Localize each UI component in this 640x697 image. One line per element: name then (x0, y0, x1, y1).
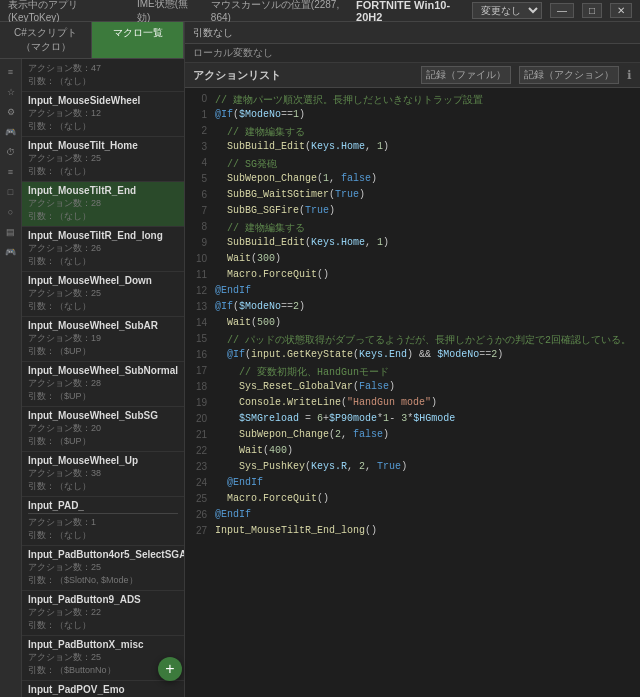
list-item[interactable]: Input_MouseTilt_Home アクション数：25 引数：（なし） (22, 137, 184, 182)
icon-gamepad2[interactable]: 🎮 (2, 243, 20, 261)
top-bar: 表示中のアプリ(KeyToKey) IME状態(無効) マウスカーソルの位置(2… (0, 0, 640, 22)
code-line: 10 Wait(300) (185, 252, 640, 268)
tab-csharp-script[interactable]: C#スクリプト（マクロ） (0, 22, 92, 58)
code-line: 7 SubBG_SGFire(True) (185, 204, 640, 220)
actions-header: アクションリスト 記録（ファイル） 記録（アクション） ℹ (185, 63, 640, 88)
top-bar-right: 変更なし — □ ✕ (472, 2, 632, 19)
list-item[interactable]: Input_PadPOV_Emo アクション数：31 引数：（なし） (22, 681, 184, 697)
code-line: 0 // 建物パーツ順次選択。長押しだといきなりトラップ設置 (185, 92, 640, 108)
actions-title: アクションリスト (193, 68, 281, 83)
icon-grid[interactable]: ▤ (2, 223, 20, 241)
code-line: 12 @EndIf (185, 284, 640, 300)
actions-header-right: 記録（ファイル） 記録（アクション） ℹ (421, 66, 632, 84)
record-action-button[interactable]: 記録（アクション） (519, 66, 619, 84)
code-line: 6 SubBG_WaitSGtimer(True) (185, 188, 640, 204)
code-line: 3 SubBuild_Edit(Keys.Home, 1) (185, 140, 640, 156)
code-line: 22 Wait(400) (185, 444, 640, 460)
code-line: 20 $SMGreload = 6+$P90mode*1- 3*$HGmode (185, 412, 640, 428)
code-line: 18 Sys_Reset_GlobalVar(False) (185, 380, 640, 396)
code-line: 27 Input_MouseTiltR_End_long() (185, 524, 640, 540)
macro-list: アクション数：47 引数：（なし） Input_MouseSideWheel ア… (22, 59, 184, 697)
code-area[interactable]: 0 // 建物パーツ順次選択。長押しだといきなりトラップ設置 1 @If($Mo… (185, 88, 640, 697)
list-item[interactable]: Input_MouseSideWheel アクション数：12 引数：（なし） (22, 92, 184, 137)
code-line: 4 // SG発砲 (185, 156, 640, 172)
code-line: 21 SubWepon_Change(2, false) (185, 428, 640, 444)
code-line: 9 SubBuild_Edit(Keys.Home, 1) (185, 236, 640, 252)
tab-macro-list[interactable]: マクロ一覧 (92, 22, 184, 58)
info-icon: ℹ (627, 68, 632, 82)
icon-gear[interactable]: ⚙ (2, 103, 20, 121)
code-line: 23 Sys_PushKey(Keys.R, 2, True) (185, 460, 640, 476)
list-item[interactable]: Input_PAD_ アクション数：1 引数：（なし） (22, 497, 184, 546)
icon-timer[interactable]: ⏱ (2, 143, 20, 161)
code-line: 1 @If($ModeNo==1) (185, 108, 640, 124)
maximize-button[interactable]: □ (582, 3, 602, 18)
code-line: 15 // パッドの状態取得がダブってるようだが、長押しかどうかの判定で2回確認… (185, 332, 640, 348)
icon-star[interactable]: ☆ (2, 83, 20, 101)
code-line: 8 // 建物編集する (185, 220, 640, 236)
code-line: 16 @If(input.GetKeyState(Keys.End) && $M… (185, 348, 640, 364)
list-item[interactable]: Input_MouseWheel_Up アクション数：38 引数：（なし） (22, 452, 184, 497)
right-panel: 引数なし ローカル変数なし アクションリスト 記録（ファイル） 記録（アクション… (185, 22, 640, 697)
close-button[interactable]: ✕ (610, 3, 632, 18)
code-line: 11 Macro.ForceQuit() (185, 268, 640, 284)
list-item[interactable]: Input_MouseWheel_Down アクション数：25 引数：（なし） (22, 272, 184, 317)
add-button[interactable]: + (158, 657, 182, 681)
code-line: 13 @If($ModeNo==2) (185, 300, 640, 316)
icon-circle[interactable]: ○ (2, 203, 20, 221)
change-dropdown[interactable]: 変更なし (472, 2, 542, 19)
code-line: 19 Console.WriteLine("HandGun mode") (185, 396, 640, 412)
minimize-button[interactable]: — (550, 3, 574, 18)
record-file-button[interactable]: 記録（ファイル） (421, 66, 511, 84)
mouse-info: マウスカーソルの位置(2287, 864) (211, 0, 356, 23)
sidebar-tabs: C#スクリプト（マクロ） マクロ一覧 (0, 22, 184, 59)
code-line: 25 Macro.ForceQuit() (185, 492, 640, 508)
list-item[interactable]: Input_MouseTiltR_End_long アクション数：26 引数：（… (22, 227, 184, 272)
icon-menu[interactable]: ≡ (2, 63, 20, 81)
list-item-selected[interactable]: Input_MouseTiltR_End アクション数：28 引数：（なし） (22, 182, 184, 227)
code-line: 26 @EndIf (185, 508, 640, 524)
list-item-subnormal[interactable]: Input_MouseWheel_SubNormal アクション数：28 引数：… (22, 362, 184, 407)
list-item[interactable]: Input_MouseWheel_SubSG アクション数：20 引数：（$UP… (22, 407, 184, 452)
icon-square[interactable]: □ (2, 183, 20, 201)
icon-gamepad[interactable]: 🎮 (2, 123, 20, 141)
list-item[interactable]: Input_PadButton4or5_SelectSGAR アクション数：25… (22, 546, 184, 591)
trigger-bar: 引数なし (185, 22, 640, 44)
list-item[interactable]: Input_PadButton9_ADS アクション数：22 引数：（なし） (22, 591, 184, 636)
code-line: 17 // 変数初期化、HandGunモード (185, 364, 640, 380)
code-line: 14 Wait(500) (185, 316, 640, 332)
top-bar-left: 表示中のアプリ(KeyToKey) IME状態(無効) マウスカーソルの位置(2… (8, 0, 356, 25)
icon-list[interactable]: ≡ (2, 163, 20, 181)
sidebar-icon-bar: ≡ ☆ ⚙ 🎮 ⏱ ≡ □ ○ ▤ 🎮 (0, 59, 22, 697)
local-vars-bar: ローカル変数なし (185, 44, 640, 63)
code-line: 24 @EndIf (185, 476, 640, 492)
list-item[interactable]: Input_MouseWheel_SubAR アクション数：19 引数：（$UP… (22, 317, 184, 362)
window-title: FORTNITE Win10-20H2 (356, 0, 472, 23)
code-line: 2 // 建物編集する (185, 124, 640, 140)
ime-info: IME状態(無効) (137, 0, 199, 25)
app-info: 表示中のアプリ(KeyToKey) (8, 0, 125, 23)
sidebar: C#スクリプト（マクロ） マクロ一覧 ≡ ☆ ⚙ 🎮 ⏱ ≡ □ ○ ▤ 🎮 ア… (0, 22, 185, 697)
code-line: 5 SubWepon_Change(1, false) (185, 172, 640, 188)
list-item[interactable]: アクション数：47 引数：（なし） (22, 59, 184, 92)
